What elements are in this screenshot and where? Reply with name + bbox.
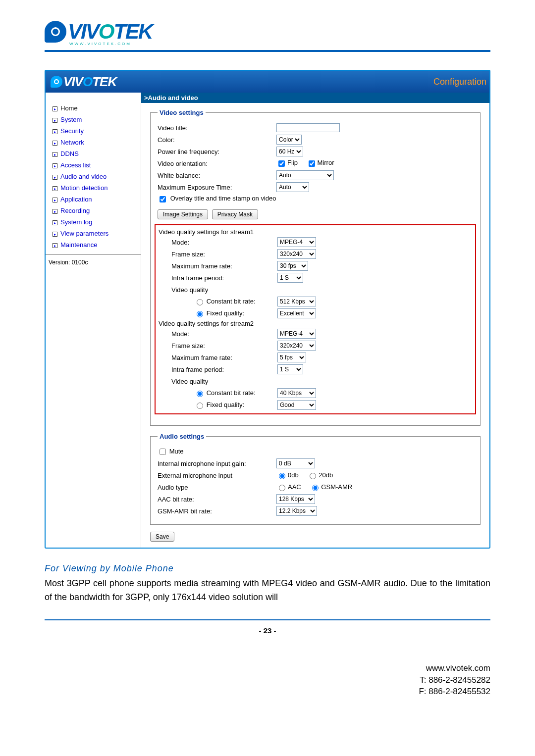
- titlebar-eye-icon: [51, 76, 62, 88]
- orientation-label: Video orientation:: [158, 160, 276, 167]
- stream-settings-highlight: Video quality settings for stream1 Mode:…: [155, 224, 476, 414]
- s1-mode-select[interactable]: MPEG-4: [277, 237, 316, 247]
- audio-type-label: Audio type: [158, 484, 276, 491]
- video-title-input[interactable]: [276, 123, 340, 132]
- s2-framesize-select[interactable]: 320x240: [277, 341, 316, 351]
- s2-vq-label: Video quality: [159, 378, 277, 385]
- sidebar-label: System: [60, 116, 82, 123]
- wb-select[interactable]: Auto: [276, 170, 334, 180]
- ext-0db-label: 0db: [288, 471, 299, 479]
- int-gain-label: Internal microphone input gain:: [158, 460, 276, 467]
- sidebar-item-system-log[interactable]: ▸System log: [49, 216, 138, 228]
- header-divider: [45, 50, 490, 52]
- wb-label: White balance:: [158, 172, 276, 179]
- flip-checkbox[interactable]: [278, 160, 285, 167]
- s2-cbr-radio[interactable]: [197, 391, 203, 397]
- configuration-label: Configuration: [433, 77, 486, 87]
- s1-framesize-select[interactable]: 320x240: [277, 249, 316, 259]
- image-settings-button[interactable]: Image Settings: [158, 209, 208, 219]
- version-label: Version: 0100c: [46, 254, 141, 270]
- sidebar-label: Network: [60, 139, 84, 146]
- sidebar-item-audio-video[interactable]: ▸Audio and video: [49, 171, 138, 182]
- sidebar: ▸Home ▸System ▸Security ▸Network ▸DDNS ▸…: [46, 93, 141, 548]
- int-gain-select[interactable]: 0 dB: [276, 458, 315, 468]
- mute-checkbox[interactable]: [160, 449, 166, 455]
- expand-icon: ▸: [53, 220, 57, 225]
- s1-cbr-label: Constant bit rate:: [207, 298, 256, 305]
- sidebar-item-view-params[interactable]: ▸View parameters: [49, 228, 138, 239]
- aac-br-select[interactable]: 128 Kbps: [276, 494, 315, 504]
- plf-label: Power line frequency:: [158, 148, 276, 155]
- color-label: Color:: [158, 136, 276, 144]
- overlay-checkbox[interactable]: [160, 196, 166, 202]
- breadcrumb: >Audio and video: [141, 93, 489, 103]
- sidebar-label: Motion detection: [60, 184, 107, 192]
- expand-icon: ▸: [53, 175, 57, 180]
- save-button[interactable]: Save: [150, 532, 174, 542]
- s1-fq-label: Fixed quality:: [207, 309, 245, 317]
- s1-maxfps-label: Maximum frame rate:: [159, 262, 277, 270]
- exposure-label: Maximum Exposure Time:: [158, 184, 276, 191]
- s1-intra-select[interactable]: 1 S: [277, 273, 303, 283]
- ext-0db-radio[interactable]: [279, 473, 285, 479]
- mute-label: Mute: [169, 447, 184, 454]
- aac-label: AAC: [288, 483, 301, 491]
- sidebar-item-motion[interactable]: ▸Motion detection: [49, 182, 138, 194]
- flip-label: Flip: [287, 159, 298, 166]
- s2-cbr-select[interactable]: 40 Kbps: [277, 388, 316, 398]
- footer-url: www.vivotek.com: [0, 662, 490, 674]
- gsm-radio[interactable]: [312, 485, 319, 491]
- s2-mode-select[interactable]: MPEG-4: [277, 329, 316, 339]
- aac-radio[interactable]: [279, 485, 285, 491]
- logo-eye-icon: [45, 21, 66, 43]
- expand-icon: ▸: [53, 232, 57, 237]
- s1-maxfps-select[interactable]: 30 fps: [277, 261, 308, 271]
- s2-fq-select[interactable]: Good: [277, 400, 316, 410]
- ext-20db-radio[interactable]: [310, 473, 316, 479]
- s1-cbr-radio[interactable]: [197, 299, 203, 305]
- expand-icon: ▸: [53, 152, 57, 157]
- expand-icon: ▸: [53, 163, 57, 168]
- s2-mode-label: Mode:: [159, 330, 277, 338]
- s1-intra-label: Intra frame period:: [159, 274, 277, 282]
- mirror-checkbox[interactable]: [309, 160, 315, 167]
- sidebar-label: Home: [60, 104, 78, 112]
- sidebar-item-ddns[interactable]: ▸DDNS: [49, 148, 138, 159]
- sidebar-item-application[interactable]: ▸Application: [49, 194, 138, 205]
- s2-fq-radio[interactable]: [197, 403, 203, 409]
- s1-fq-radio[interactable]: [197, 311, 203, 317]
- s1-cbr-select[interactable]: 512 Kbps: [277, 297, 316, 306]
- privacy-mask-button[interactable]: Privacy Mask: [212, 209, 258, 219]
- sidebar-item-access-list[interactable]: ▸Access list: [49, 159, 138, 171]
- sidebar-item-network[interactable]: ▸Network: [49, 137, 138, 148]
- footer-divider: [45, 619, 490, 620]
- s2-intra-select[interactable]: 1 S: [277, 364, 303, 374]
- sidebar-item-home[interactable]: ▸Home: [49, 102, 138, 114]
- sidebar-item-system[interactable]: ▸System: [49, 114, 138, 125]
- sidebar-label: Recording: [60, 207, 90, 214]
- logo-text: VIVOTEK: [68, 20, 152, 44]
- gsm-br-label: GSM-AMR bit rate:: [158, 507, 276, 515]
- titlebar-logo: VIVOTEK: [51, 74, 116, 90]
- mirror-label: Mirror: [318, 159, 334, 166]
- plf-select[interactable]: 60 Hz: [276, 147, 303, 156]
- sidebar-item-recording[interactable]: ▸Recording: [49, 205, 138, 216]
- page-number: - 23 -: [45, 626, 490, 635]
- s1-framesize-label: Frame size:: [159, 251, 277, 258]
- s2-fq-label: Fixed quality:: [207, 401, 245, 408]
- exposure-select[interactable]: Auto: [276, 182, 309, 192]
- app-window: VIVOTEK Configuration ▸Home ▸System ▸Sec…: [45, 70, 490, 549]
- sidebar-label: Maintenance: [60, 241, 97, 249]
- mobile-text: Most 3GPP cell phone supports media stre…: [45, 577, 490, 605]
- s2-maxfps-select[interactable]: 5 fps: [277, 353, 306, 362]
- aac-br-label: AAC bit rate:: [158, 496, 276, 503]
- sidebar-label: DDNS: [60, 150, 79, 157]
- sidebar-item-security[interactable]: ▸Security: [49, 125, 138, 137]
- s2-maxfps-label: Maximum frame rate:: [159, 354, 277, 361]
- sidebar-item-maintenance[interactable]: ▸Maintenance: [49, 239, 138, 251]
- s1-fq-select[interactable]: Excellent: [277, 308, 316, 318]
- expand-icon: ▸: [53, 198, 57, 202]
- color-select[interactable]: Color: [276, 135, 302, 145]
- footer-tel: T: 886-2-82455282: [0, 674, 490, 686]
- gsm-br-select[interactable]: 12.2 Kbps: [276, 506, 317, 516]
